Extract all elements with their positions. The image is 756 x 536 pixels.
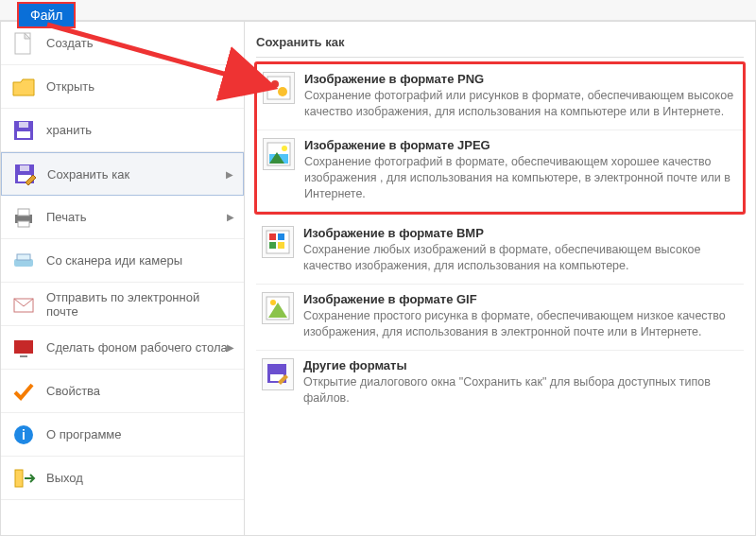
option-desc: Открытие диалогового окна "Сохранить как… <box>303 374 738 406</box>
svg-point-26 <box>282 146 287 151</box>
menu-item-label: хранить <box>46 123 92 137</box>
option-desc: Сохранение фотографий в формате, обеспеч… <box>304 154 737 202</box>
svg-rect-29 <box>278 233 284 240</box>
menu-item-scanner[interactable]: Со сканера иди камеры <box>1 239 244 283</box>
menu-item-print[interactable]: Печать ▶ <box>1 196 244 239</box>
new-file-icon <box>10 30 37 57</box>
open-folder-icon <box>10 74 37 100</box>
title-bar <box>0 0 756 21</box>
chevron-right-icon: ▶ <box>227 212 234 222</box>
option-desc: Сохранение фотографий или рисунков в фор… <box>304 88 737 120</box>
menu-item-about[interactable]: i О программе <box>1 413 244 457</box>
chevron-right-icon: ▶ <box>227 342 234 353</box>
svg-rect-20 <box>267 77 290 99</box>
save-as-icon <box>11 161 38 187</box>
menu-item-label: Отправить по электронной почте <box>46 290 234 319</box>
email-icon <box>10 291 37 318</box>
info-icon: i <box>10 422 37 448</box>
menu-item-exit[interactable]: Выход <box>1 457 244 500</box>
printer-icon <box>10 204 37 231</box>
menu-item-label: Сохранить как <box>47 167 129 182</box>
option-bmp[interactable]: Изображение в формате BMP Сохранение люб… <box>256 218 744 285</box>
option-title: Изображение в формате GIF <box>303 292 738 306</box>
menu-item-label: Свойства <box>46 384 100 398</box>
scanner-icon <box>10 248 37 274</box>
option-title: Изображение в формате JPEG <box>304 138 737 152</box>
svg-rect-31 <box>278 242 284 249</box>
option-jpeg[interactable]: Изображение в формате JPEG Сохранение фо… <box>257 130 743 213</box>
svg-rect-5 <box>19 122 28 128</box>
svg-rect-13 <box>17 254 30 260</box>
menu-item-label: Со сканера иди камеры <box>46 253 182 268</box>
menu-item-label: Печать <box>46 210 87 224</box>
option-title: Изображение в формате PNG <box>304 72 737 86</box>
png-icon <box>263 72 295 104</box>
gif-icon <box>262 292 294 324</box>
svg-rect-28 <box>269 233 276 240</box>
save-as-dialog-icon <box>262 358 294 390</box>
svg-point-34 <box>270 300 276 305</box>
menu-item-label: О программе <box>46 427 122 441</box>
svg-rect-10 <box>18 209 29 216</box>
annotation-highlight: Изображение в формате PNG Сохранение фот… <box>254 61 746 215</box>
svg-text:i: i <box>22 427 26 442</box>
svg-rect-4 <box>17 131 30 138</box>
svg-rect-19 <box>15 470 23 487</box>
menu-item-open[interactable]: Открыть <box>1 65 244 109</box>
svg-rect-8 <box>20 165 29 171</box>
menu-item-save[interactable]: хранить <box>1 109 244 152</box>
option-desc: Сохранение простого рисунка в формате, о… <box>303 308 738 340</box>
svg-rect-16 <box>20 355 27 357</box>
menu-container: Создать Открыть хранить Сохранить как ▶ <box>0 21 756 536</box>
menu-item-wallpaper[interactable]: Сделать фоном рабочего стола ▶ <box>1 326 244 370</box>
svg-point-21 <box>271 80 279 88</box>
exit-icon <box>10 465 37 492</box>
menu-item-email[interactable]: Отправить по электронной почте <box>1 283 244 326</box>
option-title: Другие форматы <box>303 358 738 372</box>
svg-rect-30 <box>269 242 276 249</box>
save-floppy-icon <box>10 117 37 144</box>
chevron-right-icon: ▶ <box>226 169 233 180</box>
option-gif[interactable]: Изображение в формате GIF Сохранение про… <box>256 285 744 351</box>
file-tab[interactable]: Файл <box>17 2 76 28</box>
menu-item-label: Создать <box>46 36 93 50</box>
menu-item-properties[interactable]: Свойства <box>1 370 244 413</box>
file-menu-left: Создать Открыть хранить Сохранить как ▶ <box>1 22 245 535</box>
svg-point-22 <box>278 87 287 96</box>
option-other-formats[interactable]: Другие форматы Открытие диалогового окна… <box>256 351 744 416</box>
menu-item-label: Сделать фоном рабочего стола <box>46 340 228 354</box>
option-desc: Сохранение любых изображений в формате, … <box>303 242 738 274</box>
save-as-panel: Сохранить как Изображение в формате PNG … <box>245 22 755 535</box>
jpeg-icon <box>263 138 295 170</box>
wallpaper-icon <box>10 335 37 361</box>
menu-item-label: Открыть <box>46 79 94 94</box>
menu-item-save-as[interactable]: Сохранить как ▶ <box>1 152 244 196</box>
checkmark-icon <box>10 378 37 405</box>
option-png[interactable]: Изображение в формате PNG Сохранение фот… <box>257 64 743 130</box>
svg-rect-11 <box>18 221 29 227</box>
bmp-icon <box>262 226 294 258</box>
option-title: Изображение в формате BMP <box>303 226 738 240</box>
menu-item-label: Выход <box>46 471 83 485</box>
panel-title: Сохранить как <box>256 31 744 58</box>
svg-rect-15 <box>14 340 33 354</box>
